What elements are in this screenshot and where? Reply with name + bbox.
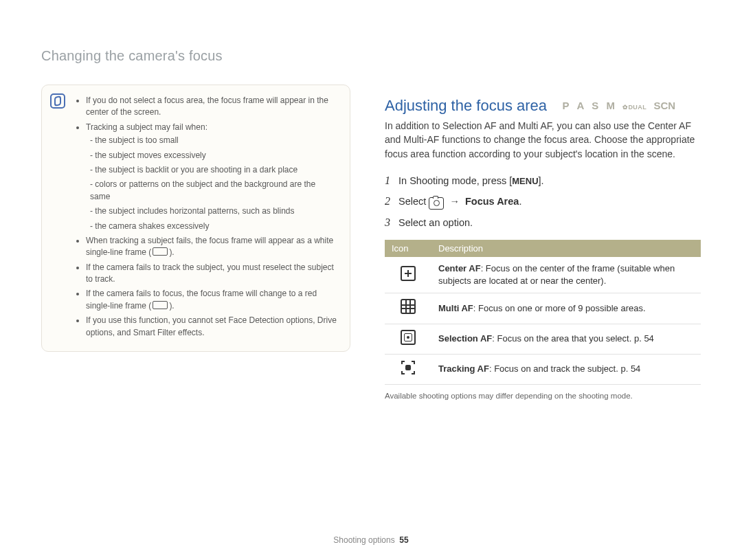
breadcrumb: Changing the camera's focus bbox=[41, 48, 701, 64]
row-text: : Focus on the area that you select. p. … bbox=[492, 333, 654, 344]
mode-p-icon: P bbox=[563, 100, 570, 111]
note-item: If you use this function, you cannot set… bbox=[86, 315, 337, 339]
note-icon bbox=[50, 93, 65, 109]
row-text: : Focus on and track the subject. p. 54 bbox=[489, 363, 640, 374]
table-header-row: Icon Description bbox=[385, 240, 701, 257]
frame-icon bbox=[153, 301, 168, 309]
note-item: If the camera fails to track the subject… bbox=[86, 262, 337, 286]
step-text: Select bbox=[398, 196, 429, 207]
intro-text: In addition to Selection AF and Multi AF… bbox=[385, 119, 701, 161]
note-subitem: the subject is too small bbox=[90, 135, 337, 146]
mode-s-icon: S bbox=[592, 100, 599, 111]
selection-af-icon bbox=[385, 324, 431, 354]
note-subitem: the subject includes horizontal patterns… bbox=[90, 205, 337, 217]
step-text: Select an option. bbox=[398, 217, 473, 228]
table-row: Tracking AF: Focus on and track the subj… bbox=[385, 354, 701, 384]
step-text: . bbox=[519, 196, 521, 207]
manual-page: Changing the camera's focus If you do no… bbox=[0, 0, 742, 560]
row-desc: Center AF: Focus on the center of the fr… bbox=[431, 257, 701, 293]
steps-list: 1 In Shooting mode, press [MENU]. 2 Sele… bbox=[385, 170, 701, 233]
left-column: If you do not select a focus area, the f… bbox=[41, 85, 350, 352]
page-number: 55 bbox=[399, 535, 408, 545]
mode-icons: P A S M ✿DUAL SCN bbox=[563, 100, 676, 111]
note-box: If you do not select a focus area, the f… bbox=[41, 85, 350, 352]
row-title: Multi AF bbox=[438, 303, 473, 313]
row-title: Tracking AF bbox=[438, 363, 489, 374]
step-text: ]. bbox=[539, 175, 544, 186]
note-item-text: Tracking a subject may fail when: bbox=[86, 122, 207, 132]
frame-icon bbox=[153, 247, 168, 256]
row-desc: Multi AF: Focus on one or more of 9 poss… bbox=[431, 293, 701, 324]
row-title: Selection AF bbox=[438, 333, 492, 344]
heading-title: Adjusting the focus area bbox=[385, 97, 547, 114]
th-icon: Icon bbox=[385, 240, 431, 257]
step-text: In Shooting mode, press [ bbox=[398, 175, 512, 186]
note-item: If the camera fails to focus, the focus … bbox=[86, 288, 337, 312]
mode-m-icon: M bbox=[606, 100, 616, 111]
footnote: Available shooting options may differ de… bbox=[385, 392, 701, 400]
step-3: 3 Select an option. bbox=[385, 212, 701, 233]
note-sublist: the subject is too small the subject mov… bbox=[86, 135, 337, 232]
arrow-icon: → bbox=[449, 196, 460, 207]
camera-icon bbox=[429, 197, 444, 210]
th-desc: Description bbox=[431, 240, 701, 257]
note-list: If you do not select a focus area, the f… bbox=[78, 95, 337, 339]
step-number: 2 bbox=[385, 191, 396, 212]
row-text: : Focus on one or more of 9 possible are… bbox=[473, 303, 646, 313]
note-item: When tracking a subject fails, the focus… bbox=[86, 235, 337, 259]
menu-button-label: MENU bbox=[512, 176, 538, 186]
mode-a-icon: A bbox=[577, 100, 585, 111]
page-footer: Shooting options 55 bbox=[0, 535, 742, 545]
right-column: Adjusting the focus area P A S M ✿DUAL S… bbox=[385, 85, 701, 400]
note-subitem: the camera shakes excessively bbox=[90, 221, 337, 232]
note-subitem: colors or patterns on the subject and th… bbox=[90, 179, 337, 203]
note-icon-inner bbox=[54, 96, 61, 107]
row-title: Center AF bbox=[438, 263, 481, 273]
note-subitem: the subject moves excessively bbox=[90, 150, 337, 161]
table-row: Selection AF: Focus on the area that you… bbox=[385, 324, 701, 354]
step-1: 1 In Shooting mode, press [MENU]. bbox=[385, 170, 701, 191]
mode-scn-icon: SCN bbox=[653, 100, 675, 111]
footer-section: Shooting options bbox=[333, 535, 394, 545]
mode-dual-icon: ✿DUAL bbox=[622, 104, 647, 111]
options-table: Icon Description Center AF: Focus on the… bbox=[385, 240, 701, 385]
note-item: Tracking a subject may fail when: the su… bbox=[86, 122, 337, 232]
row-desc: Tracking AF: Focus on and track the subj… bbox=[431, 354, 701, 384]
table-row: Multi AF: Focus on one or more of 9 poss… bbox=[385, 293, 701, 324]
content-columns: If you do not select a focus area, the f… bbox=[41, 85, 701, 400]
section-heading: Adjusting the focus area P A S M ✿DUAL S… bbox=[385, 97, 701, 115]
tracking-af-icon bbox=[385, 354, 431, 384]
svg-rect-0 bbox=[406, 366, 410, 370]
note-subitem: the subject is backlit or you are shooti… bbox=[90, 164, 337, 176]
step-bold: Focus Area bbox=[465, 196, 519, 207]
step-number: 3 bbox=[385, 212, 396, 233]
note-item: If you do not select a focus area, the f… bbox=[86, 95, 337, 119]
step-number: 1 bbox=[385, 170, 396, 191]
step-2: 2 Select → Focus Area. bbox=[385, 191, 701, 212]
table-row: Center AF: Focus on the center of the fr… bbox=[385, 257, 701, 293]
multi-af-icon bbox=[385, 293, 431, 324]
center-af-icon bbox=[385, 257, 431, 293]
row-desc: Selection AF: Focus on the area that you… bbox=[431, 324, 701, 354]
